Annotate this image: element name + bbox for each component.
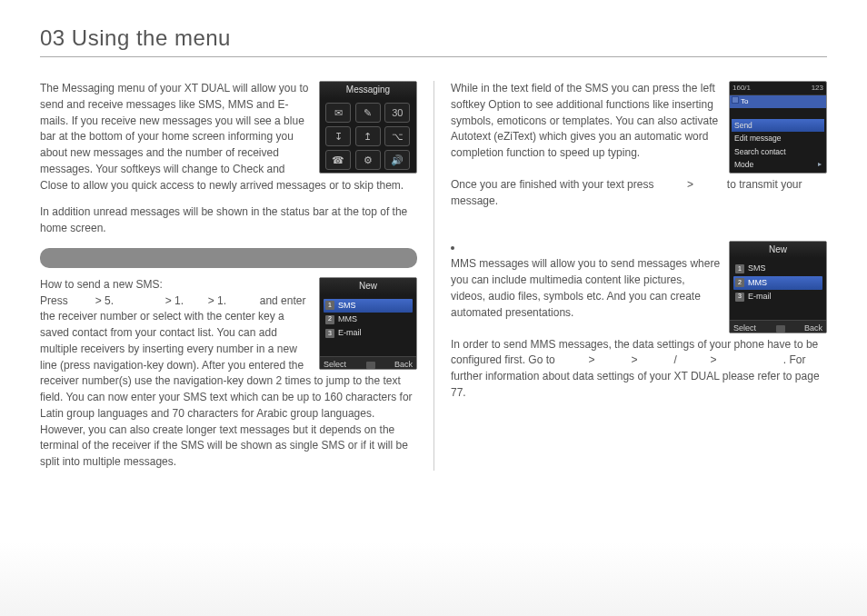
list-num: 3 (325, 329, 334, 338)
list-label: E-mail (748, 291, 772, 303)
new-list: 1 SMS 2 MMS 3 E-mail (320, 295, 416, 357)
list-num: 2 (735, 278, 744, 287)
char-counter: 160/1 (732, 83, 751, 94)
section-bar-sms (40, 248, 417, 268)
two-column-layout: Messaging ✉ ✎ 30 ↧ ↥ ⌥ ☎ ⚙ 🔊 Select (40, 81, 827, 471)
menu-item: Send (732, 119, 824, 133)
mms-settings-paragraph: In order to send MMS messages, the data … (451, 337, 827, 402)
bullet-icon (451, 246, 454, 250)
intro-block: Messaging ✉ ✎ 30 ↧ ↥ ⌥ ☎ ⚙ 🔊 Select (40, 81, 417, 204)
menu-item: Mode▸ (732, 158, 824, 172)
sms-block: New 1 SMS 2 MMS 3 E-mail (40, 277, 417, 471)
page: 03 Using the menu Messaging ✉ ✎ 30 ↧ ↥ ⌥… (0, 0, 867, 616)
textfield-block: 160/1 123 To Send Edit message Search co… (451, 81, 827, 177)
list-num: 1 (735, 264, 744, 273)
list-item: 2 MMS (324, 313, 413, 326)
list-label: SMS (748, 263, 766, 274)
list-label: E-mail (338, 327, 362, 339)
finished-paragraph: Once you are finished with your text pre… (451, 177, 827, 210)
list-num: 1 (325, 301, 334, 310)
screenshot-messaging: Messaging ✉ ✎ 30 ↧ ↥ ⌥ ☎ ⚙ 🔊 Select (319, 81, 417, 174)
list-label: MMS (748, 277, 767, 289)
submenu-arrow-icon: ▸ (818, 173, 822, 174)
list-item: 3 E-mail (324, 326, 413, 340)
screenshot-title: Messaging (320, 82, 416, 99)
softkey-center-icon (366, 362, 375, 369)
menu-item: Search contact (732, 145, 824, 159)
msg-icon: ⚙ (355, 150, 381, 170)
options-menu: Send Edit message Search contact Mode▸ D… (730, 119, 826, 174)
list-item: 1 SMS (324, 299, 413, 313)
screenshot-new-sms: New 1 SMS 2 MMS 3 E-mail (319, 277, 417, 370)
screenshot-text-options: 160/1 123 To Send Edit message Search co… (729, 81, 827, 174)
text-status-bar: 160/1 123 (730, 82, 826, 95)
input-mode: 123 (812, 83, 823, 94)
text-body-area (730, 108, 826, 119)
menu-item: Delivery report▸ (732, 172, 824, 174)
list-item: 2 MMS (733, 276, 822, 290)
screenshot-title: New (320, 278, 416, 295)
spacer (451, 221, 827, 241)
screenshot-softkeys: Select Back (730, 320, 826, 333)
msg-icon: ↧ (325, 126, 351, 146)
header-rule (40, 56, 827, 57)
msg-icon: 🔊 (384, 150, 410, 170)
softkey-center-icon (776, 325, 785, 333)
list-num: 3 (735, 293, 744, 302)
submenu-arrow-icon: ▸ (818, 159, 822, 170)
list-label: MMS (338, 313, 357, 325)
to-field: To (730, 95, 826, 108)
msg-icon: ☎ (325, 150, 351, 170)
softkey-right: Back (804, 323, 822, 333)
msg-icon: ⌥ (384, 126, 410, 146)
to-box-icon (732, 96, 739, 104)
list-num: 2 (325, 315, 334, 324)
softkey-left: Select (733, 323, 756, 333)
right-column: 160/1 123 To Send Edit message Search co… (434, 81, 827, 471)
to-label: To (741, 96, 748, 107)
msg-icon: ↥ (355, 126, 381, 146)
list-label: SMS (338, 300, 356, 312)
screenshot-softkeys: Select Back (320, 356, 416, 369)
menu-label: Mode (734, 160, 753, 169)
menu-item: Edit message (732, 132, 824, 145)
msg-icon: ✎ (355, 103, 381, 123)
list-item: 1 SMS (733, 262, 822, 275)
list-item: 3 E-mail (733, 290, 822, 303)
messaging-icon-grid: ✉ ✎ 30 ↧ ↥ ⌥ ☎ ⚙ 🔊 (320, 99, 416, 174)
unread-paragraph: In addition unread messages will be show… (40, 204, 417, 237)
softkey-right: Back (394, 359, 413, 369)
left-column: Messaging ✉ ✎ 30 ↧ ↥ ⌥ ☎ ⚙ 🔊 Select (40, 81, 434, 471)
screenshot-title: New (730, 242, 826, 259)
softkey-left: Select (324, 359, 346, 369)
mms-block: New 1 SMS 2 MMS 3 E-mail (451, 241, 827, 337)
new-list: 1 SMS 2 MMS 3 E-mail (730, 258, 826, 320)
msg-icon: ✉ (325, 103, 351, 123)
msg-icon: 30 (384, 103, 410, 123)
page-title: 03 Using the menu (40, 25, 827, 51)
screenshot-new-mms: New 1 SMS 2 MMS 3 E-mail (729, 241, 827, 333)
